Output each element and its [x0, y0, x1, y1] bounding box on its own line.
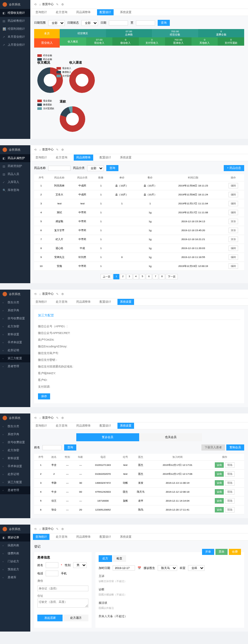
tab[interactable]: 查询统计	[33, 423, 49, 429]
charge-button[interactable]: 收费	[229, 549, 241, 555]
side-item[interactable]: ▫门诊处方	[0, 557, 30, 565]
allergy-input[interactable]	[37, 599, 88, 608]
side-item[interactable]: 🔍库存查询	[0, 186, 30, 194]
tab[interactable]: 药品调整单	[74, 9, 93, 15]
tab[interactable]: 处方查询	[53, 423, 70, 429]
side-item[interactable]: ▫处所证明	[0, 470, 30, 478]
doctor-select[interactable]: 陈天马	[158, 565, 177, 571]
edit-button[interactable]: 添加	[229, 219, 238, 224]
side-item[interactable]: ▫系统字典	[0, 430, 30, 438]
visit-button[interactable]: 诊病	[215, 471, 224, 477]
side-item[interactable]: ▫处方加密	[0, 446, 30, 454]
visit-button[interactable]: 诊病	[215, 489, 224, 495]
tab[interactable]: 系统设置	[117, 299, 134, 305]
side-item[interactable]: ▫手术单设置	[0, 462, 30, 470]
tab[interactable]: 系统设置	[117, 534, 134, 540]
edit-button[interactable]: 编辑	[229, 263, 238, 269]
download-button[interactable]: 下载导入患者	[201, 444, 225, 451]
side-item[interactable]: ↗上月营业统计	[0, 41, 30, 49]
copy-button[interactable]: 复制会员	[226, 444, 244, 451]
sub-tab[interactable]: 检查	[113, 555, 126, 562]
side-item[interactable]: ▫医生分类	[0, 299, 30, 307]
edit-button[interactable]: 编辑	[229, 183, 238, 188]
search-button[interactable]: 查询	[158, 20, 170, 26]
page-button[interactable]: 8	[159, 274, 165, 279]
side-item[interactable]: ▫患者管理	[0, 486, 30, 494]
category-select[interactable]: 全部	[87, 165, 104, 171]
side-item[interactable]: ▫患者管理	[0, 362, 30, 370]
side-item[interactable]: ✓入库导入	[0, 178, 30, 186]
side-item[interactable]: 📊经营利润统计	[0, 25, 30, 33]
date-input[interactable]	[113, 565, 135, 571]
idcard-input[interactable]	[37, 586, 88, 591]
page-button[interactable]: 6	[146, 274, 152, 279]
tab[interactable]: 系统设置	[117, 155, 134, 161]
side-item[interactable]: ▫第三方配置	[0, 478, 30, 486]
field-button[interactable]: 现场	[225, 480, 235, 486]
side-item[interactable]: ▫预发处方	[0, 565, 30, 573]
search-button[interactable]: 查询	[106, 165, 118, 171]
side-item[interactable]: ▫病患列表	[0, 542, 30, 549]
ticket-button[interactable]: 票单	[215, 549, 228, 555]
tab[interactable]: 处方查询	[53, 299, 70, 305]
tab[interactable]: 配置设计	[97, 155, 114, 161]
pill[interactable]: 也关会员	[139, 433, 202, 441]
side-item[interactable]: ▫手术单设置	[0, 338, 30, 346]
page-button[interactable]: 下一页	[166, 274, 178, 279]
field-button[interactable]: 现场	[225, 507, 235, 512]
field-button[interactable]: 现场	[225, 462, 235, 468]
page-button[interactable]: 上一页	[101, 274, 113, 279]
tab[interactable]: 配置设计	[97, 299, 114, 305]
page-button[interactable]: 2	[120, 274, 126, 279]
name-input[interactable]	[48, 166, 71, 171]
side-item[interactable]: ▫系统字典	[0, 307, 30, 314]
tab[interactable]: 查询统计	[33, 534, 49, 540]
side-item[interactable]: ↗本月营业统计	[0, 33, 30, 41]
tab[interactable]: 药品调整单	[74, 299, 93, 305]
textarea-field[interactable]: 医嘱大概诊断（不超过）	[99, 592, 241, 598]
side-item[interactable]: ▫处所证明	[0, 346, 30, 354]
side-item[interactable]: ▫缴费列表	[0, 549, 30, 557]
edit-button[interactable]: 编辑	[229, 246, 238, 251]
order-button[interactable]: 开单	[202, 549, 214, 555]
tab[interactable]: 配置设计	[97, 423, 114, 429]
tab[interactable]: 配置设计	[97, 9, 114, 15]
visit-button[interactable]: 诊病	[215, 480, 224, 486]
tab[interactable]: 药品调整单	[74, 155, 93, 161]
page-button[interactable]: 4	[133, 274, 139, 279]
page-button[interactable]: 1	[113, 274, 119, 279]
edit-button[interactable]: 添加	[229, 228, 238, 233]
edit-button[interactable]: 编辑	[229, 192, 238, 197]
name-input[interactable]	[42, 445, 62, 450]
sex-select[interactable]: 男	[73, 562, 87, 568]
tab[interactable]: 药品调整单	[74, 423, 93, 429]
tab[interactable]: 查询统计	[33, 9, 49, 15]
page-button[interactable]: 7	[153, 274, 158, 279]
edit-button[interactable]: 编辑	[229, 210, 238, 215]
side-item[interactable]: ▫医生分类	[0, 422, 30, 430]
tab[interactable]: 系统设置	[117, 9, 134, 15]
page-button[interactable]: 3	[126, 274, 132, 279]
sub-tab[interactable]: 发起居家	[37, 615, 63, 621]
sub-tab[interactable]: 处方愿方	[63, 615, 88, 621]
tab[interactable]: 处方查询	[53, 155, 70, 161]
visit-button[interactable]: 诊病	[215, 498, 224, 504]
name-input[interactable]	[46, 562, 58, 568]
tab[interactable]: 系统设置	[117, 423, 134, 429]
side-item[interactable]: ▫第三方配置	[0, 354, 30, 362]
pill[interactable]: 复诊会员	[76, 433, 139, 441]
side-item[interactable]: ▤药品销售统计	[0, 17, 30, 25]
dept-select[interactable]: 全科	[188, 565, 205, 571]
field-button[interactable]: 现场	[225, 471, 235, 477]
side-item[interactable]: ▫财务设置	[0, 454, 30, 462]
tab[interactable]: 药品调整单	[74, 534, 93, 540]
range-select[interactable]: 全部	[48, 20, 65, 26]
field-button[interactable]: 现场	[225, 489, 235, 495]
save-button[interactable]: 保存	[38, 393, 50, 399]
tab[interactable]: 处方查询	[53, 9, 70, 15]
field-button[interactable]: 现场	[225, 498, 235, 504]
date-to[interactable]	[136, 20, 155, 26]
edit-button[interactable]: 编辑	[229, 201, 238, 206]
textarea-field[interactable]: 诊断主诉症状（不超过）	[99, 578, 241, 584]
date-from[interactable]	[109, 20, 128, 26]
